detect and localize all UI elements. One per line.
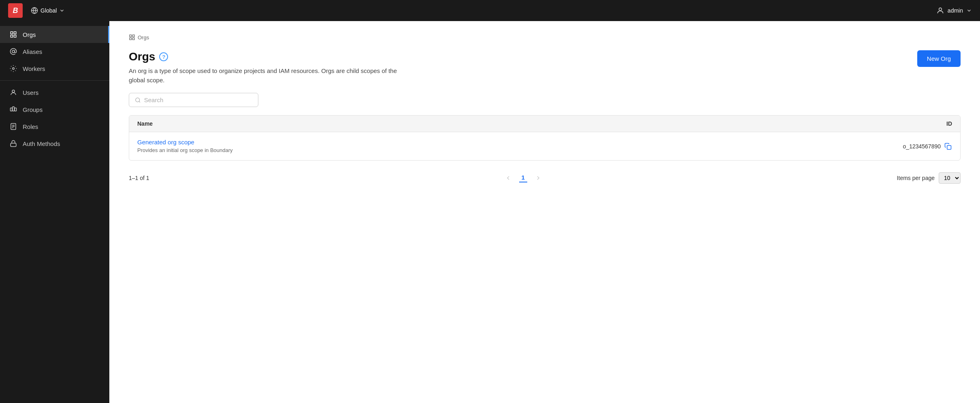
sidebar-item-label: Aliases	[23, 48, 42, 55]
sidebar-item-label: Groups	[23, 106, 43, 113]
sidebar-item-label: Roles	[23, 123, 38, 130]
items-per-page: Items per page 10 25 50	[897, 172, 961, 184]
sidebar-item-label: Orgs	[23, 31, 36, 38]
svg-point-7	[12, 50, 15, 53]
help-icon[interactable]: ?	[159, 52, 168, 61]
sidebar-item-auth-methods[interactable]: Auth Methods	[0, 135, 109, 152]
at-icon	[10, 48, 17, 55]
svg-point-9	[12, 90, 15, 92]
user-icon	[10, 89, 17, 96]
per-page-select[interactable]: 10 25 50	[939, 172, 961, 184]
col-id-header: ID	[839, 120, 952, 127]
page-title: Orgs ?	[129, 50, 404, 63]
sidebar-item-orgs[interactable]: Orgs	[0, 26, 109, 43]
data-table: Name ID Generated org scope Provides an …	[129, 115, 961, 161]
items-per-page-label: Items per page	[897, 175, 935, 181]
svg-rect-18	[130, 35, 132, 37]
sidebar-item-label: Users	[23, 89, 38, 96]
badge-icon	[10, 123, 17, 130]
sidebar-item-workers[interactable]: Workers	[0, 60, 109, 77]
page-description: An org is a type of scope used to organi…	[129, 66, 404, 85]
pagination-count: 1–1 of 1	[129, 175, 149, 181]
search-icon	[135, 97, 141, 103]
svg-rect-20	[130, 38, 132, 40]
sidebar-item-label: Workers	[23, 65, 45, 72]
user-icon	[936, 6, 944, 15]
new-org-button[interactable]: New Org	[917, 50, 961, 67]
group-icon	[10, 106, 17, 113]
pagination: 1–1 of 1 1 Items per page 10 25 50	[129, 169, 961, 187]
main-content: Orgs Orgs ? An org is a type of scope us…	[109, 21, 980, 403]
svg-point-8	[13, 68, 15, 70]
chevron-left-icon	[505, 175, 511, 181]
row-id: o_1234567890	[839, 142, 952, 150]
next-page-button[interactable]	[532, 172, 544, 184]
current-page: 1	[519, 174, 527, 182]
scope-label: Global	[40, 7, 57, 14]
app-logo[interactable]: B	[8, 3, 23, 18]
svg-rect-5	[11, 35, 13, 37]
breadcrumb-icon	[129, 34, 135, 41]
svg-rect-3	[11, 32, 13, 34]
sidebar-divider	[0, 80, 109, 81]
svg-point-2	[939, 8, 942, 11]
sidebar-item-users[interactable]: Users	[0, 84, 109, 101]
copy-icon[interactable]	[944, 142, 952, 150]
main-layout: Orgs Aliases Workers Users Groups	[0, 21, 980, 403]
search-container	[129, 93, 961, 107]
lock-icon	[10, 140, 17, 147]
page-header: Orgs ? An org is a type of scope used to…	[129, 50, 961, 85]
svg-rect-4	[14, 32, 16, 34]
breadcrumb-label: Orgs	[138, 34, 149, 41]
row-description: Provides an initial org scope in Boundar…	[137, 147, 233, 153]
top-nav: B Global admin	[0, 0, 980, 21]
sidebar-item-roles[interactable]: Roles	[0, 118, 109, 135]
svg-line-23	[139, 101, 140, 102]
col-name-header: Name	[137, 120, 839, 127]
page-title-section: Orgs ? An org is a type of scope used to…	[129, 50, 404, 85]
svg-rect-12	[15, 108, 17, 111]
svg-rect-10	[11, 108, 13, 111]
chevron-down-icon	[966, 8, 972, 13]
chevron-right-icon	[535, 175, 541, 181]
sidebar-item-groups[interactable]: Groups	[0, 101, 109, 118]
svg-rect-11	[13, 107, 15, 111]
svg-rect-6	[14, 35, 16, 37]
search-input[interactable]	[144, 96, 252, 103]
svg-rect-19	[132, 35, 134, 37]
svg-rect-24	[947, 145, 951, 149]
user-menu[interactable]: admin	[936, 6, 972, 15]
org-id-value: o_1234567890	[903, 143, 941, 150]
sidebar-item-label: Auth Methods	[23, 140, 60, 147]
row-name: Generated org scope Provides an initial …	[137, 139, 839, 154]
svg-point-22	[136, 98, 140, 102]
pagination-controls: 1	[502, 172, 544, 184]
svg-rect-21	[132, 38, 134, 40]
breadcrumb: Orgs	[129, 34, 961, 41]
top-nav-left: B Global	[8, 3, 65, 18]
grid-icon	[10, 31, 17, 38]
prev-page-button[interactable]	[502, 172, 514, 184]
svg-rect-17	[11, 143, 16, 146]
user-label: admin	[948, 7, 963, 14]
sidebar-item-aliases[interactable]: Aliases	[0, 43, 109, 60]
table-row: Generated org scope Provides an initial …	[129, 132, 960, 160]
search-wrapper	[129, 93, 258, 107]
page-title-text: Orgs	[129, 50, 155, 63]
globe-icon	[31, 7, 38, 14]
chevron-down-icon	[59, 8, 65, 13]
settings-icon	[10, 65, 17, 72]
scope-selector[interactable]: Global	[31, 7, 65, 14]
table-header: Name ID	[129, 116, 960, 132]
org-name-link[interactable]: Generated org scope	[137, 139, 839, 146]
sidebar: Orgs Aliases Workers Users Groups	[0, 21, 109, 403]
